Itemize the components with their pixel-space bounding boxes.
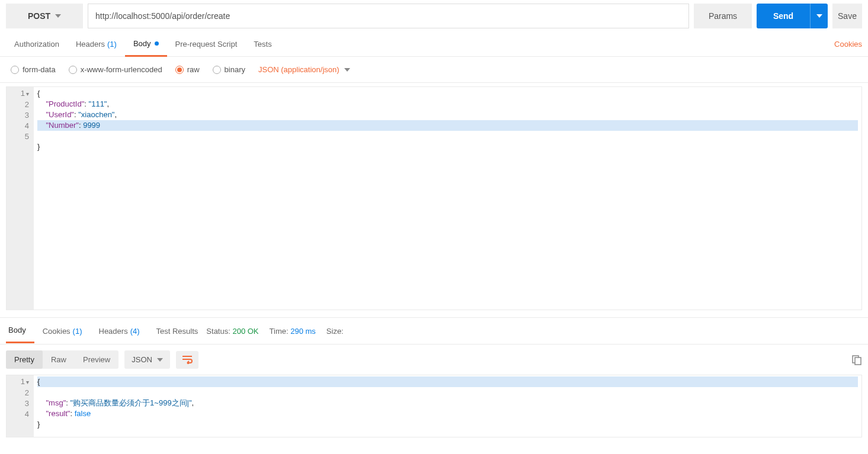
resp-tab-cookies-count: (1) [73, 327, 82, 336]
tab-headers-label: Headers [76, 40, 105, 49]
chevron-down-icon [816, 14, 822, 18]
svg-rect-1 [855, 358, 861, 365]
status-label: Status: [206, 327, 230, 336]
resp-tab-body[interactable]: Body [6, 318, 34, 343]
resp-view-preview[interactable]: Preview [75, 350, 118, 369]
request-tabs: Authorization Headers (1) Body Pre-reque… [0, 32, 868, 57]
chevron-down-icon [157, 358, 163, 362]
radio-binary-label: binary [225, 65, 245, 74]
resp-tab-cookies[interactable]: Cookies (1) [34, 318, 91, 343]
editor-gutter: 1▾234 [7, 375, 34, 437]
http-method-value: POST [28, 11, 50, 21]
response-tabs: Body Cookies (1) Headers (4) Test Result… [0, 317, 868, 344]
radio-urlencoded-label: x-www-form-urlencoded [81, 65, 162, 74]
resp-format-select[interactable]: JSON [124, 350, 170, 369]
resp-tab-headers-label: Headers [99, 327, 128, 336]
copy-icon [851, 355, 862, 365]
tab-headers[interactable]: Headers (1) [68, 32, 125, 57]
params-button[interactable]: Params [694, 4, 752, 28]
response-status-bar: Status: 200 OK Time: 290 ms Size: [206, 327, 343, 336]
resp-format-label: JSON [132, 355, 152, 364]
content-type-select[interactable]: JSON (application/json) [258, 65, 350, 74]
send-dropdown-button[interactable] [810, 4, 828, 28]
radio-raw[interactable]: raw [175, 65, 200, 74]
resp-view-raw[interactable]: Raw [43, 350, 75, 369]
editor-gutter: 1▾2345 [7, 87, 34, 310]
editor-code[interactable]: { "msg": "购买商品数量必须介于1~999之间|", "result":… [34, 375, 861, 437]
http-method-select[interactable]: POST [6, 4, 83, 28]
resp-view-pretty[interactable]: Pretty [6, 350, 43, 369]
body-type-selector: form-data x-www-form-urlencoded raw bina… [0, 57, 868, 83]
copy-response-button[interactable] [851, 355, 862, 365]
request-url-input[interactable] [88, 4, 689, 28]
radio-binary[interactable]: binary [213, 65, 245, 74]
tab-headers-count: (1) [107, 40, 117, 49]
time-value: 290 ms [290, 327, 316, 336]
response-body-editor[interactable]: 1▾234 { "msg": "购买商品数量必须介于1~999之间|", "re… [6, 375, 862, 437]
tab-pre-request-script[interactable]: Pre-request Script [167, 32, 246, 57]
chevron-down-icon [55, 14, 61, 18]
tab-tests[interactable]: Tests [245, 32, 280, 57]
chevron-down-icon [344, 68, 350, 72]
cookies-link[interactable]: Cookies [834, 40, 862, 49]
response-toolbar: Pretty Raw Preview JSON [0, 344, 868, 375]
wrap-lines-icon [182, 356, 193, 364]
tab-body[interactable]: Body [125, 32, 167, 57]
time-label: Time: [270, 327, 289, 336]
resp-tab-headers[interactable]: Headers (4) [91, 318, 148, 343]
unsaved-dot-icon [155, 41, 159, 46]
radio-urlencoded[interactable]: x-www-form-urlencoded [69, 65, 162, 74]
tab-authorization[interactable]: Authorization [6, 32, 68, 57]
editor-code[interactable]: { "ProductId": "111", "UserId": "xiaoche… [34, 87, 861, 310]
content-type-label: JSON (application/json) [258, 65, 339, 74]
radio-form-data-label: form-data [23, 65, 56, 74]
size-label: Size: [326, 327, 344, 336]
resp-tab-test-results[interactable]: Test Results [148, 318, 207, 343]
radio-raw-label: raw [187, 65, 200, 74]
status-value: 200 OK [232, 327, 258, 336]
tab-body-label: Body [133, 39, 151, 48]
wrap-lines-button[interactable] [176, 351, 198, 369]
request-body-editor[interactable]: 1▾2345 { "ProductId": "111", "UserId": "… [6, 86, 862, 310]
resp-tab-cookies-label: Cookies [43, 327, 71, 336]
radio-form-data[interactable]: form-data [11, 65, 56, 74]
resp-tab-headers-count: (4) [130, 327, 140, 336]
save-button[interactable]: Save [832, 4, 862, 28]
send-button[interactable]: Send [757, 4, 810, 28]
